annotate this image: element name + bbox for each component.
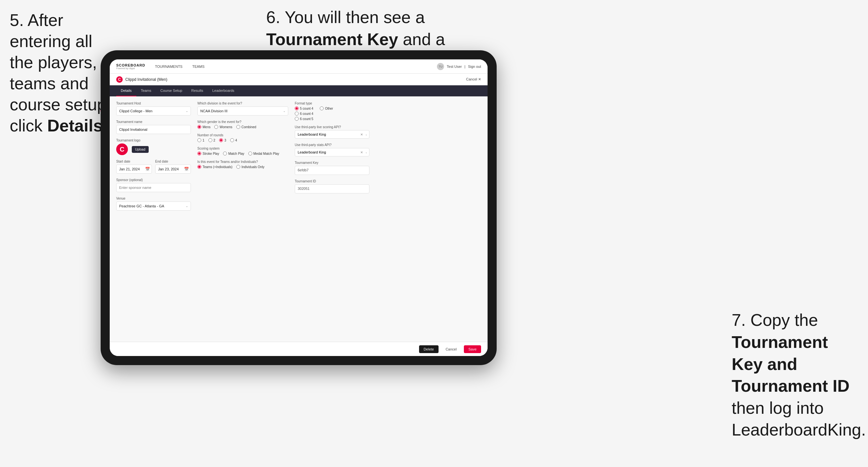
sponsor-group: Sponsor (optional) [116,178,191,192]
third-party-stats-clear[interactable]: ✕ [360,151,363,154]
column-middle: Which division is the event for? ⌄ Which… [197,101,288,215]
format-5count4-radio[interactable] [295,106,299,110]
sign-out-link[interactable]: Sign out [468,65,481,68]
tournament-name: Clippd Invitational (Men) [125,77,167,82]
gender-womens-label: Womens [219,125,232,129]
end-date-wrapper: 📅 [155,164,191,174]
sponsor-input[interactable] [116,183,191,192]
venue-select-wrapper: ⌄ [116,201,191,211]
gender-combined-radio[interactable] [236,125,240,129]
rounds-2[interactable]: 2 [208,138,216,142]
scoring-match-radio[interactable] [223,152,227,155]
scoring-stroke-label: Stroke Play [203,152,219,155]
teams-radio[interactable] [197,165,201,169]
calendar-icon-start: 📅 [145,167,150,172]
rounds-1-radio[interactable] [197,138,201,142]
cancel-button[interactable]: Cancel [441,345,461,353]
division-input[interactable] [197,106,288,116]
tournament-key-value: 6efdb7 [295,166,369,175]
tab-results[interactable]: Results [187,85,208,96]
format-6count4-radio[interactable] [295,112,299,116]
individuals-radio[interactable] [236,165,240,169]
tournament-title-bar: C Clippd Invitational (Men) Cancel ✕ [110,74,488,85]
rounds-1-label: 1 [203,138,205,142]
app-logo: SCOREBOARD [116,63,145,67]
save-button[interactable]: Save [464,345,481,353]
teams-plus-individuals[interactable]: Teams (+Individuals) [197,165,232,169]
upload-button[interactable]: Upload [132,146,149,153]
gender-label: Which gender is the event for? [197,120,288,124]
scoring-medal-radio[interactable] [248,152,252,155]
rounds-2-radio[interactable] [208,138,212,142]
format-row: 5 count 4 6 count 4 6 count 5 [295,106,369,121]
gender-womens[interactable]: Womens [214,125,232,129]
tab-teams[interactable]: Teams [136,85,156,96]
format-5count4[interactable]: 5 count 4 [295,106,313,110]
tab-course-setup[interactable]: Course Setup [156,85,187,96]
annotation-bold6-1: Tournament Key [266,30,398,49]
scoring-match[interactable]: Match Play [223,152,244,155]
tablet-screen: SCOREBOARD Powered by clippd TOURNAMENTS… [110,59,488,356]
annotation-step-6: 6. [266,8,280,27]
rounds-4[interactable]: 4 [230,138,237,142]
tournament-host-input[interactable] [116,106,191,116]
tournament-id-label: Tournament ID [295,180,369,183]
end-date-label: End date [155,160,191,163]
format-6count5-label: 6 count 5 [300,117,313,121]
gender-radio-group: Mens Womens Combined [197,125,288,129]
format-6count5-radio[interactable] [295,117,299,121]
annotation-step-5: 5. [10,11,24,30]
delete-button[interactable]: Delete [419,345,438,353]
tournament-logo-label: Tournament logo [116,138,191,142]
tournament-name-group: Tournament name [116,120,191,134]
scoring-stroke-radio[interactable] [197,152,201,155]
scoring-medal[interactable]: Medal Match Play [248,152,279,155]
gender-mens-radio[interactable] [197,125,201,129]
rounds-1[interactable]: 1 [197,138,205,142]
third-party-live-clear[interactable]: ✕ [360,133,363,136]
rounds-group: Number of rounds 1 2 3 [197,133,288,142]
logo-subtitle: Powered by clippd [116,67,145,69]
format-6count5[interactable]: 6 count 5 [295,117,313,121]
nav-tournaments[interactable]: TOURNAMENTS [155,64,182,69]
scoring-stroke[interactable]: Stroke Play [197,152,219,155]
third-party-stats-input[interactable] [295,148,369,156]
format-other-radio[interactable] [320,106,323,110]
teams-group: Is this event for Teams and/or Individua… [197,160,288,169]
signout-separator: | [465,65,465,68]
form-columns: Tournament Host ⌄ Tournament name Tourna [116,101,481,215]
individuals-only[interactable]: Individuals Only [236,165,265,169]
scoring-label: Scoring system [197,147,288,150]
format-other[interactable]: Other [320,106,333,110]
third-party-stats-chevron: ⌄ [365,151,368,154]
gender-mens[interactable]: Mens [197,125,210,129]
gender-womens-radio[interactable] [214,125,218,129]
third-party-live-label: Use third-party live scoring API? [295,125,369,129]
rounds-label: Number of rounds [197,133,288,137]
main-content: Tournament Host ⌄ Tournament name Tourna [110,96,488,342]
tabs-bar: Details Teams Course Setup Results Leade… [110,85,488,96]
rounds-4-radio[interactable] [230,138,234,142]
gender-combined[interactable]: Combined [236,125,256,129]
tournament-id-value: 302051 [295,184,369,193]
column-left: Tournament Host ⌄ Tournament name Tourna [116,101,191,215]
tab-details[interactable]: Details [116,85,136,96]
format-6count4-label: 6 count 4 [300,112,313,116]
rounds-3-label: 3 [224,138,226,142]
rounds-3-radio[interactable] [219,138,223,142]
venue-input[interactable] [116,201,191,211]
format-6count4[interactable]: 6 count 4 [295,112,313,116]
venue-group: Venue ⌄ [116,197,191,211]
rounds-4-label: 4 [235,138,237,142]
rounds-3[interactable]: 3 [219,138,226,142]
division-select-wrapper: ⌄ [197,106,288,116]
annotation-bold7-1: Tournament Key and Tournament ID [732,333,849,395]
tab-leaderboards[interactable]: Leaderboards [208,85,239,96]
start-date-label: Start date [116,160,152,163]
nav-teams[interactable]: TEAMS [192,64,205,69]
cancel-link[interactable]: Cancel ✕ [466,77,481,82]
app-header: SCOREBOARD Powered by clippd TOURNAMENTS… [110,59,488,74]
start-date-group: Start date 📅 [116,160,152,174]
tournament-name-input[interactable] [116,125,191,134]
third-party-live-input[interactable] [295,130,369,138]
